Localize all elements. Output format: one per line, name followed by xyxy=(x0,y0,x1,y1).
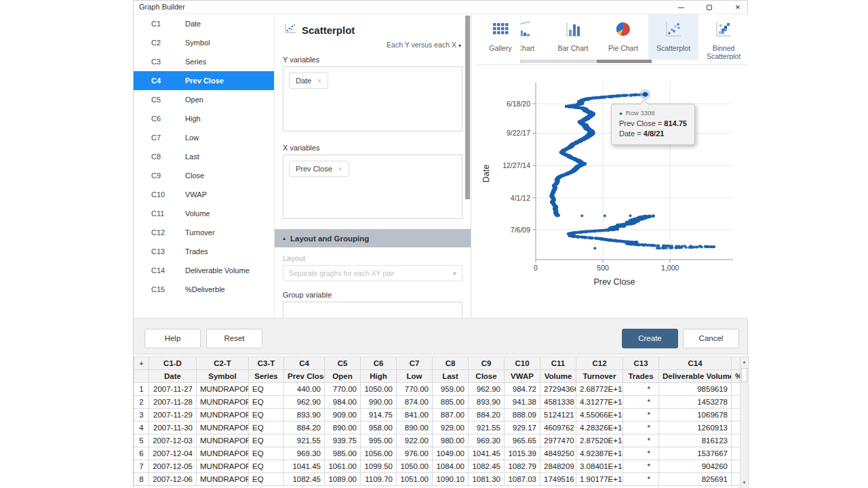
table-cell[interactable]: 962.90 xyxy=(469,383,505,396)
table-cell[interactable] xyxy=(732,460,741,473)
table-cell[interactable]: 1109.70 xyxy=(361,473,397,486)
table-cell[interactable]: 440.00 xyxy=(284,383,325,396)
header-cell[interactable] xyxy=(732,357,741,370)
table-cell[interactable]: 4.28326E+14 xyxy=(576,422,623,434)
table-cell[interactable]: EQ xyxy=(249,396,284,409)
table-cell[interactable]: 921.55 xyxy=(469,422,505,434)
table-cell[interactable]: 1056.00 xyxy=(361,447,397,460)
table-cell[interactable]: 980.00 xyxy=(433,434,469,447)
table-cell[interactable]: 4.92387E+14 xyxy=(576,447,623,460)
column-item-c2[interactable]: C2Symbol xyxy=(134,33,274,52)
row-number[interactable]: 6 xyxy=(134,447,149,460)
table-cell[interactable]: EQ xyxy=(249,422,284,434)
table-cell[interactable]: 959.00 xyxy=(433,383,469,396)
column-item-c5[interactable]: C5Open xyxy=(134,90,274,109)
remove-chip-icon[interactable]: × xyxy=(338,165,342,173)
gallery-item-bar-chart[interactable]: Bar Chart xyxy=(548,14,598,60)
table-cell[interactable]: 2007-12-04 xyxy=(149,447,197,460)
table-cell[interactable]: * xyxy=(623,434,659,447)
column-item-c12[interactable]: C12Turnover xyxy=(134,223,274,242)
row-number[interactable]: 5 xyxy=(134,434,149,447)
table-cell[interactable]: EQ xyxy=(249,447,284,460)
table-cell[interactable]: 909.00 xyxy=(325,409,361,422)
gallery-item-pie-chart[interactable]: Pie Chart xyxy=(598,14,648,60)
table-cell[interactable]: MUNDRAPORT xyxy=(197,473,249,486)
table-cell[interactable]: 893.90 xyxy=(469,396,505,409)
column-item-c3[interactable]: C3Series xyxy=(134,52,274,71)
header-cell[interactable] xyxy=(134,370,149,383)
table-cell[interactable] xyxy=(732,447,741,460)
header-cell[interactable]: Series xyxy=(249,370,284,383)
table-cell[interactable]: EQ xyxy=(249,409,284,422)
table-cell[interactable] xyxy=(732,473,741,486)
table-cell[interactable]: 4849250 xyxy=(540,447,576,460)
table-cell[interactable]: MUNDRAPORT xyxy=(197,409,249,422)
close-button[interactable]: ✕ xyxy=(728,1,748,14)
table-cell[interactable]: 4.55066E+14 xyxy=(576,409,623,422)
help-button[interactable]: Help xyxy=(144,329,201,348)
table-cell[interactable]: 929.00 xyxy=(433,422,469,434)
column-item-c6[interactable]: C6High xyxy=(134,109,274,128)
table-cell[interactable] xyxy=(732,434,741,447)
header-cell[interactable]: Open xyxy=(325,370,361,383)
table-cell[interactable]: 3.08401E+14 xyxy=(576,460,623,473)
table-cell[interactable]: 969.30 xyxy=(284,447,325,460)
table-cell[interactable]: 1749516 xyxy=(540,473,576,486)
table-cell[interactable]: MUNDRAPORT xyxy=(197,460,249,473)
header-cell[interactable]: High xyxy=(361,370,397,383)
table-cell[interactable]: 984.00 xyxy=(325,396,361,409)
table-cell[interactable]: 874.00 xyxy=(397,396,433,409)
table-cell[interactable]: 941.38 xyxy=(505,396,540,409)
table-cell[interactable]: 984.72 xyxy=(505,383,540,396)
table-cell[interactable]: 4.31277E+14 xyxy=(576,396,623,409)
table-cell[interactable]: 921.55 xyxy=(284,434,325,447)
header-cell[interactable]: C3-T xyxy=(249,357,284,370)
table-cell[interactable]: 904260 xyxy=(659,460,732,473)
column-item-c15[interactable]: C15%Deliverble xyxy=(134,280,274,299)
header-cell[interactable]: Turnover xyxy=(576,370,623,383)
table-cell[interactable]: 890.00 xyxy=(325,422,361,434)
table-cell[interactable]: 4581338 xyxy=(540,396,576,409)
table-cell[interactable]: 1260913 xyxy=(659,422,732,434)
header-cell[interactable]: C6 xyxy=(361,357,397,370)
header-cell[interactable]: C11 xyxy=(540,357,576,370)
table-cell[interactable]: 929.17 xyxy=(505,422,540,434)
table-cell[interactable]: 914.75 xyxy=(361,409,397,422)
header-cell[interactable]: C4 xyxy=(284,357,325,370)
table-cell[interactable]: * xyxy=(623,460,659,473)
layout-and-grouping-header[interactable]: ▴ Layout and Grouping xyxy=(275,229,471,247)
table-cell[interactable]: 995.00 xyxy=(361,434,397,447)
table-cell[interactable]: MUNDRAPORT xyxy=(197,447,249,460)
column-item-c13[interactable]: C13Trades xyxy=(134,242,274,261)
table-cell[interactable] xyxy=(732,422,741,434)
table-cell[interactable]: 825691 xyxy=(659,473,732,486)
table-cell[interactable]: 4609762 xyxy=(540,422,576,434)
table-cell[interactable]: EQ xyxy=(249,383,284,396)
header-cell[interactable]: Close xyxy=(469,370,505,383)
x-variable-chip[interactable]: Prev Close × xyxy=(289,161,349,177)
table-cell[interactable]: 1081.30 xyxy=(469,473,505,486)
table-cell[interactable]: 1.90177E+14 xyxy=(576,473,623,486)
table-cell[interactable]: 890.00 xyxy=(397,422,433,434)
restore-button[interactable] xyxy=(699,1,719,14)
gallery-item-scatterplot[interactable]: Scatterplot xyxy=(648,14,698,60)
header-cell[interactable]: C12 xyxy=(576,357,623,370)
header-cell[interactable]: %D xyxy=(732,370,741,383)
table-cell[interactable] xyxy=(732,383,741,396)
remove-chip-icon[interactable]: × xyxy=(317,77,321,85)
table-cell[interactable]: 1089.00 xyxy=(325,473,361,486)
row-number[interactable]: 8 xyxy=(134,473,149,486)
table-cell[interactable]: 976.00 xyxy=(397,447,433,460)
header-cell[interactable]: Prev Close xyxy=(284,370,325,383)
table-cell[interactable]: 1061.00 xyxy=(325,460,361,473)
create-button[interactable]: Create xyxy=(622,329,678,348)
table-cell[interactable]: 1069678 xyxy=(659,409,732,422)
table-cell[interactable]: 884.20 xyxy=(284,422,325,434)
table-cell[interactable]: * xyxy=(623,383,659,396)
table-cell[interactable]: 2977470 xyxy=(540,434,576,447)
scroll-down-icon[interactable]: ▼ xyxy=(741,478,748,488)
table-cell[interactable]: 884.20 xyxy=(469,409,505,422)
table-cell[interactable]: 2007-12-06 xyxy=(149,473,197,486)
row-number[interactable]: 2 xyxy=(134,396,149,409)
table-cell[interactable]: 841.00 xyxy=(397,409,433,422)
